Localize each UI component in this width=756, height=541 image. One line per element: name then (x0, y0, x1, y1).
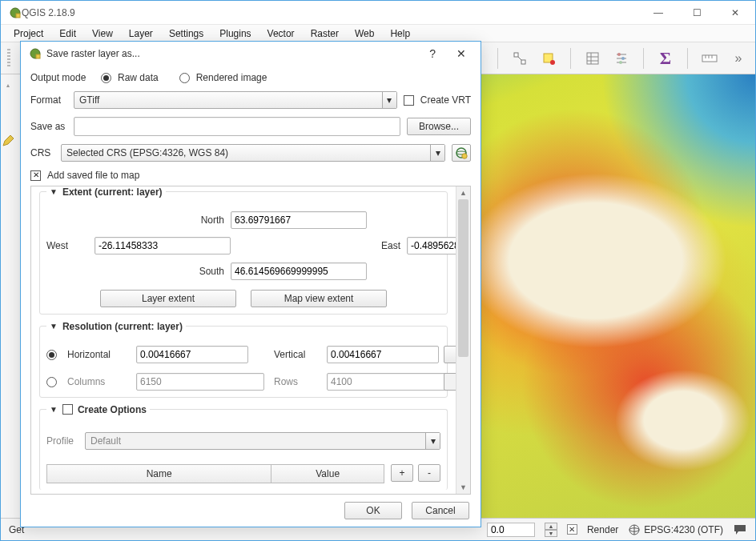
south-label: South (94, 266, 231, 277)
rows-label: Rows (274, 376, 322, 387)
save-as-label: Save as (30, 121, 67, 132)
columns-input (136, 373, 264, 391)
menu-edit[interactable]: Edit (51, 25, 84, 42)
menu-view[interactable]: View (84, 25, 121, 42)
ok-button[interactable]: OK (344, 502, 402, 519)
profile-value: Default (90, 435, 121, 447)
vertical-label: Vertical (274, 349, 322, 360)
menu-help[interactable]: Help (382, 25, 418, 42)
save-as-input[interactable] (74, 117, 400, 136)
scroll-thumb[interactable] (458, 199, 468, 357)
north-input[interactable] (231, 211, 367, 229)
menu-bar: Project Edit View Layer Settings Plugins… (1, 25, 755, 42)
raw-data-radio[interactable] (101, 73, 111, 83)
resolution-title: Resolution (current: layer) (62, 321, 183, 332)
create-options-title: Create Options (78, 404, 147, 415)
options-col-value[interactable]: Value (271, 465, 384, 483)
crs-status-text: EPSG:4230 (OTF) (644, 524, 723, 535)
menu-web[interactable]: Web (347, 25, 382, 42)
dialog-footer: OK Cancel (21, 495, 481, 527)
ruler-icon[interactable] (701, 50, 718, 67)
close-button[interactable]: ✕ (723, 4, 747, 22)
menu-raster[interactable]: Raster (303, 25, 347, 42)
save-raster-dialog: Save raster layer as... ? ✕ Output mode … (20, 41, 481, 527)
rotation-spinner[interactable]: ▲▼ (545, 523, 557, 537)
toolbar-grip[interactable] (7, 49, 10, 68)
horizontal-radio[interactable] (46, 350, 57, 360)
crs-combo[interactable]: Selected CRS (EPSG:4326, WGS 84) ▾ (61, 144, 445, 162)
rotation-input[interactable] (487, 523, 535, 537)
create-vrt-checkbox[interactable] (404, 95, 414, 106)
east-label: East (367, 240, 407, 251)
options-table: Name Value (46, 464, 384, 483)
cancel-button[interactable]: Cancel (412, 502, 469, 519)
crs-value: Selected CRS (EPSG:4326, WGS 84) (66, 147, 228, 158)
svg-rect-3 (521, 60, 525, 64)
extent-title: Extent (current: layer) (62, 186, 163, 198)
vertical-input[interactable] (327, 346, 439, 363)
chevron-down-icon: ▾ (425, 433, 440, 449)
collapse-icon[interactable]: ▼ (50, 187, 58, 196)
browse-button[interactable]: Browse... (407, 118, 471, 135)
layer-size-button: Layer size (444, 373, 456, 391)
save-as-row: Save as Browse... (30, 117, 471, 136)
format-label: Format (30, 94, 67, 106)
qgis-icon (9, 6, 22, 19)
abacus-icon[interactable] (613, 50, 630, 67)
dialog-scrollbar[interactable]: ▲ ▼ (456, 186, 470, 494)
dialog-titlebar[interactable]: Save raster layer as... ? ✕ (21, 42, 481, 66)
format-combo[interactable]: GTiff ▾ (74, 91, 397, 109)
south-input[interactable] (231, 262, 367, 280)
crs-picker-button[interactable] (452, 144, 471, 162)
rows-input (327, 373, 455, 391)
overflow-icon[interactable]: » (730, 50, 747, 67)
east-input[interactable] (407, 237, 456, 254)
crs-globe-icon[interactable]: EPSG:4230 (OTF) (628, 523, 723, 536)
menu-vector[interactable]: Vector (259, 25, 303, 42)
svg-rect-1 (16, 14, 20, 18)
layer-resolution-button[interactable]: Layer resolution (444, 346, 456, 363)
rendered-image-radio[interactable] (179, 73, 190, 83)
svg-rect-2 (514, 53, 518, 57)
render-checkbox[interactable]: ✕ (567, 524, 577, 535)
add-saved-checkbox[interactable] (30, 170, 41, 181)
west-label: West (46, 240, 94, 251)
map-view-extent-button[interactable]: Map view extent (251, 290, 387, 307)
menu-settings[interactable]: Settings (161, 25, 211, 42)
menu-layer[interactable]: Layer (121, 25, 161, 42)
svg-point-15 (621, 57, 625, 60)
table-icon[interactable] (584, 50, 601, 67)
qgis-icon (29, 47, 42, 60)
profile-label: Profile (46, 435, 78, 447)
toolbar-separator (643, 48, 644, 69)
scroll-up-icon[interactable]: ▲ (457, 186, 470, 199)
dialog-help-button[interactable]: ? (420, 47, 445, 60)
dialog-close-button[interactable]: ✕ (450, 47, 472, 60)
node-icon[interactable] (511, 50, 529, 67)
options-col-name[interactable]: Name (47, 465, 271, 483)
window-title: QGIS 2.18.9 (22, 7, 646, 18)
window-titlebar: QGIS 2.18.9 — ☐ ✕ (1, 1, 755, 25)
create-options-checkbox[interactable] (62, 404, 73, 415)
columns-radio[interactable] (46, 377, 57, 387)
collapse-icon[interactable]: ▼ (50, 405, 58, 414)
svg-line-4 (518, 57, 521, 60)
horizontal-input[interactable] (136, 346, 248, 363)
svg-point-14 (617, 53, 621, 56)
svg-rect-7 (587, 53, 598, 64)
remove-option-button[interactable]: - (418, 464, 440, 482)
sigma-icon[interactable]: Σ (657, 50, 674, 67)
flag-icon[interactable] (540, 50, 557, 67)
layer-extent-button[interactable]: Layer extent (100, 290, 236, 307)
minimize-button[interactable]: — (646, 4, 670, 22)
add-option-button[interactable]: + (391, 464, 413, 482)
scroll-down-icon[interactable]: ▼ (457, 481, 470, 494)
crs-label: CRS (30, 147, 54, 158)
collapse-icon[interactable]: ▼ (50, 322, 58, 331)
svg-rect-17 (702, 55, 717, 62)
west-input[interactable] (94, 237, 231, 254)
maximize-button[interactable]: ☐ (685, 4, 709, 22)
messages-icon[interactable] (733, 523, 747, 537)
menu-project[interactable]: Project (6, 25, 51, 42)
menu-plugins[interactable]: Plugins (211, 25, 259, 42)
